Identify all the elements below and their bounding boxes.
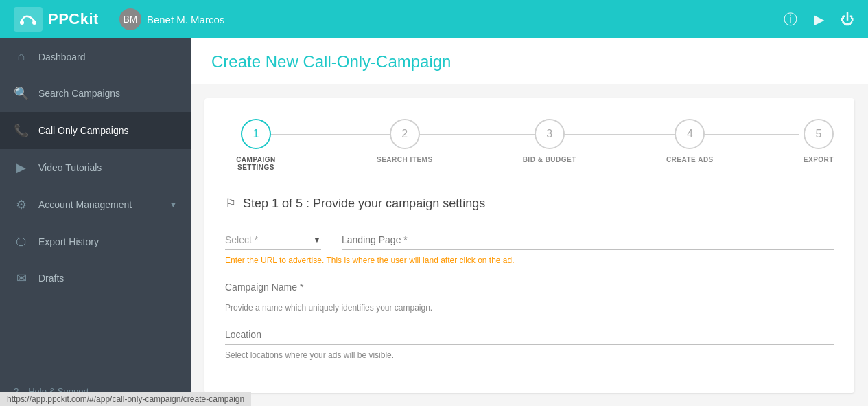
location-hint: Select locations where your ads will be … bbox=[225, 350, 834, 360]
svg-point-0 bbox=[20, 21, 24, 25]
page-header: Create New Call-Only-Campaign bbox=[191, 38, 868, 84]
form-step-title: ⚐ Step 1 of 5 : Provide your campaign se… bbox=[225, 196, 834, 211]
step-3: 3 BID & BUDGET bbox=[523, 119, 576, 163]
step-circle-2: 2 bbox=[390, 119, 420, 149]
flag-icon: ⚐ bbox=[225, 196, 236, 211]
location-input[interactable] bbox=[225, 325, 834, 345]
step-2: 2 SEARCH ITEMS bbox=[377, 119, 433, 163]
settings-icon: ⚙ bbox=[14, 197, 29, 212]
step-5: 5 EXPORT bbox=[804, 119, 834, 163]
top-icons: ⓘ ▶ ⏻ bbox=[784, 10, 854, 29]
step-4: 4 CREATE ADS bbox=[666, 119, 714, 163]
dropdown-arrow-icon: ▼ bbox=[313, 235, 321, 245]
landing-page-field bbox=[342, 230, 834, 250]
step-circle-3: 3 bbox=[535, 119, 565, 149]
sidebar-item-label: Call Only Campaigns bbox=[38, 125, 129, 136]
sidebar-item-drafts[interactable]: ✉ Drafts bbox=[0, 260, 191, 297]
url-bar: https://app.ppckit.com/#/app/call-only-c… bbox=[0, 392, 251, 406]
step-circle-4: 4 bbox=[675, 119, 705, 149]
sidebar-item-label: Account Management bbox=[38, 199, 132, 210]
avatar: BM bbox=[119, 8, 141, 30]
search-icon: 🔍 bbox=[14, 86, 29, 101]
stepper: 1 CAMPAIGN SETTINGS 2 SEARCH ITEMS 3 BID… bbox=[225, 119, 834, 171]
form-row-3 bbox=[225, 325, 834, 345]
sidebar-item-account-management[interactable]: ⚙ Account Management ▼ bbox=[0, 186, 191, 223]
step-label-3: BID & BUDGET bbox=[523, 156, 576, 163]
sidebar-item-call-only-campaigns[interactable]: 📞 Call Only Campaigns bbox=[0, 112, 191, 149]
step-label-2: SEARCH ITEMS bbox=[377, 156, 433, 163]
landing-page-input[interactable] bbox=[342, 230, 834, 250]
user-name: Benet M. Marcos bbox=[147, 14, 224, 25]
sidebar-item-label: Video Tutorials bbox=[38, 162, 102, 173]
select-wrapper[interactable]: Select * ▼ bbox=[225, 230, 321, 250]
select-field: Select * ▼ bbox=[225, 230, 321, 250]
sidebar-item-video-tutorials[interactable]: ▶ Video Tutorials bbox=[0, 149, 191, 186]
form-row-1: Select * ▼ bbox=[225, 230, 834, 250]
page-title: Create New Call-Only-Campaign bbox=[211, 52, 847, 71]
sidebar-item-search-campaigns[interactable]: 🔍 Search Campaigns bbox=[0, 75, 191, 112]
wizard-card: 1 CAMPAIGN SETTINGS 2 SEARCH ITEMS 3 BID… bbox=[204, 98, 854, 393]
sidebar-item-label: Dashboard bbox=[38, 52, 86, 63]
play-icon: ▶ bbox=[14, 160, 29, 175]
chevron-down-icon: ▼ bbox=[169, 201, 177, 209]
step-circle-5: 5 bbox=[804, 119, 834, 149]
select-input[interactable]: Select * bbox=[225, 234, 310, 245]
sidebar: ⌂ Dashboard 🔍 Search Campaigns 📞 Call On… bbox=[0, 38, 191, 406]
campaign-name-hint: Provide a name which uniquely identifies… bbox=[225, 303, 834, 313]
sidebar-item-export-history[interactable]: ⭮ Export History bbox=[0, 223, 191, 260]
campaign-name-input[interactable] bbox=[225, 278, 834, 297]
drafts-icon: ✉ bbox=[14, 271, 29, 286]
step-description: Step 1 of 5 : Provide your campaign sett… bbox=[243, 196, 485, 211]
top-navigation: PPCkit BM Benet M. Marcos ⓘ ▶ ⏻ bbox=[0, 0, 868, 38]
help-icon[interactable]: ⓘ bbox=[784, 10, 797, 29]
power-icon[interactable]: ⏻ bbox=[841, 12, 854, 27]
campaign-name-field bbox=[225, 278, 834, 297]
form-row-2 bbox=[225, 278, 834, 297]
logo-icon bbox=[14, 7, 43, 32]
user-info: BM Benet M. Marcos bbox=[119, 8, 224, 30]
home-icon: ⌂ bbox=[14, 49, 29, 64]
step-label-5: EXPORT bbox=[804, 156, 834, 163]
logo-text: PPCkit bbox=[48, 10, 99, 28]
sidebar-item-label: Search Campaigns bbox=[38, 88, 120, 99]
video-icon[interactable]: ▶ bbox=[814, 11, 824, 27]
sidebar-item-label: Export History bbox=[38, 236, 99, 247]
location-field bbox=[225, 325, 834, 345]
main-content: Create New Call-Only-Campaign 1 CAMPAIGN… bbox=[191, 38, 868, 406]
step-1: 1 CAMPAIGN SETTINGS bbox=[225, 119, 287, 171]
sidebar-item-dashboard[interactable]: ⌂ Dashboard bbox=[0, 38, 191, 75]
svg-point-1 bbox=[32, 21, 36, 25]
step-label-4: CREATE ADS bbox=[666, 156, 714, 163]
landing-page-hint: Enter the URL to advertise. This is wher… bbox=[225, 256, 834, 265]
step-label-1: CAMPAIGN SETTINGS bbox=[225, 156, 287, 171]
phone-icon: 📞 bbox=[14, 123, 29, 138]
history-icon: ⭮ bbox=[14, 234, 29, 249]
step-circle-1: 1 bbox=[241, 119, 271, 149]
logo[interactable]: PPCkit bbox=[14, 7, 99, 32]
sidebar-item-label: Drafts bbox=[38, 273, 64, 284]
